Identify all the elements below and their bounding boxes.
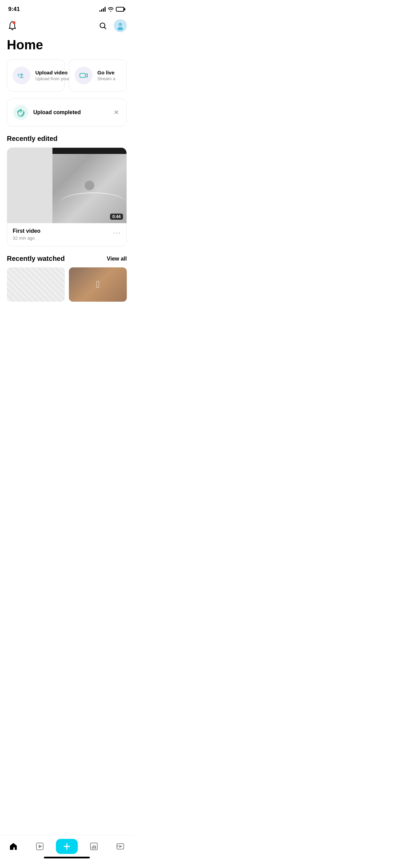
signal-bars-icon	[99, 7, 106, 12]
svg-point-7	[119, 24, 120, 25]
camera-icon	[79, 71, 88, 80]
nav-right	[97, 19, 127, 32]
close-banner-button[interactable]: ✕	[112, 107, 120, 118]
video-duration: 0:44	[110, 214, 123, 220]
svg-rect-2	[117, 8, 123, 11]
view-all-button[interactable]: View all	[107, 256, 127, 262]
status-icons	[99, 7, 125, 12]
top-nav	[0, 16, 134, 36]
video-info: First video 32 min ago ···	[7, 223, 126, 246]
watch-card-1[interactable]	[7, 267, 65, 302]
thumb-curve	[60, 192, 126, 213]
upload-video-text: Upload video Upload from your device	[35, 70, 59, 81]
recently-watched-title: Recently watched	[7, 255, 65, 263]
video-title: First video	[13, 228, 40, 234]
wifi-icon	[108, 7, 114, 12]
watch-card-2[interactable]: 	[69, 267, 127, 302]
search-button[interactable]	[97, 20, 108, 31]
upload-icon-wrap	[13, 67, 31, 84]
upload-banner-text: Upload completed	[33, 109, 81, 116]
recently-watched-header: Recently watched View all	[0, 246, 134, 267]
upload-complete-icon	[13, 105, 28, 120]
status-bar: 9:41	[0, 0, 134, 16]
svg-point-3	[13, 21, 15, 24]
upload-icon	[17, 71, 26, 80]
status-time: 9:41	[8, 6, 20, 13]
thumb-right	[52, 148, 126, 223]
video-thumbnail: 0:44	[7, 148, 126, 223]
go-live-title: Go live	[97, 70, 116, 75]
action-cards: Upload video Upload from your device Go …	[0, 59, 134, 92]
go-live-subtitle: Stream a	[97, 76, 116, 81]
go-live-text: Go live Stream a	[97, 70, 116, 81]
thumb-circle	[85, 181, 94, 190]
upload-video-card[interactable]: Upload video Upload from your device	[7, 59, 65, 92]
watch-cards: 	[0, 267, 134, 302]
video-more-button[interactable]: ···	[113, 229, 121, 237]
thumb-left	[7, 148, 52, 223]
svg-rect-10	[80, 73, 85, 77]
svg-point-6	[118, 27, 123, 30]
upload-video-subtitle: Upload from your device	[35, 76, 59, 81]
bell-icon[interactable]	[7, 20, 18, 31]
video-info-text: First video 32 min ago	[13, 228, 40, 241]
go-live-icon-wrap	[75, 67, 93, 84]
avatar[interactable]	[114, 19, 127, 32]
upload-video-title: Upload video	[35, 70, 59, 75]
apple-logo-icon: 	[96, 279, 99, 290]
recently-edited-title: Recently edited	[0, 126, 134, 147]
svg-point-8	[121, 24, 121, 25]
page-title: Home	[0, 36, 134, 59]
video-meta: 32 min ago	[13, 236, 40, 241]
go-live-card[interactable]: Go live Stream a	[69, 59, 127, 92]
video-card[interactable]: 0:44 First video 32 min ago ···	[7, 147, 127, 246]
upload-banner: Upload completed ✕	[7, 98, 127, 126]
svg-rect-1	[124, 8, 125, 10]
upload-banner-left: Upload completed	[13, 105, 81, 120]
battery-icon	[116, 7, 125, 12]
